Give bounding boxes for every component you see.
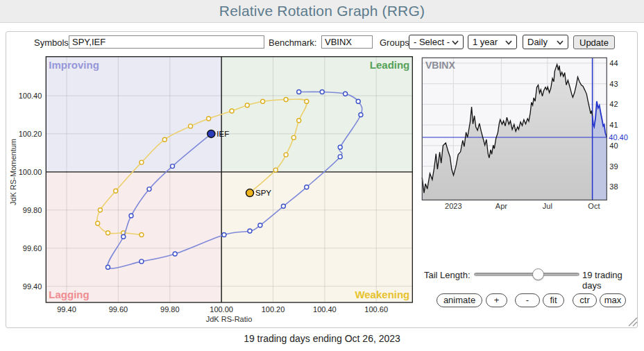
rrg-quadrants	[46, 57, 412, 302]
frequency-select[interactable]: Daily	[523, 35, 568, 49]
svg-text:38: 38	[609, 182, 618, 191]
slider-thumb[interactable]	[532, 268, 544, 280]
svg-text:42: 42	[609, 100, 618, 108]
groups-select-value: - Select -	[414, 37, 450, 47]
svg-text:100.20: 100.20	[262, 305, 285, 314]
update-button[interactable]: Update	[573, 35, 615, 49]
chevron-down-icon	[557, 37, 564, 47]
svg-text:Improving: Improving	[49, 59, 99, 71]
svg-text:2023: 2023	[445, 202, 461, 210]
rrg-x-axis-title: JdK RS-Ratio	[206, 315, 253, 323]
rrg-endpoint-spy	[246, 189, 254, 197]
rrg-label-spy: SPY	[255, 189, 271, 197]
resize-handle-icon[interactable]	[626, 315, 638, 327]
rrg-label-ief: IEF	[217, 130, 229, 138]
price-chart-title: VBINX	[425, 60, 455, 71]
tail-length-label: Tail Length:	[424, 270, 471, 280]
svg-text:Apr: Apr	[495, 202, 507, 210]
rrg-endpoint-ief	[207, 130, 215, 137]
symbols-label: Symbols:	[34, 37, 71, 48]
groups-label: Groups:	[380, 37, 412, 48]
animate-button[interactable]: animate	[437, 293, 482, 307]
svg-text:43: 43	[609, 80, 618, 88]
svg-text:99.60: 99.60	[23, 244, 42, 252]
zoom-out-button[interactable]: -	[515, 293, 540, 307]
svg-text:39: 39	[609, 162, 618, 171]
svg-text:100.40: 100.40	[19, 92, 42, 100]
page-title: Relative Rotation Graph (RRG)	[0, 0, 644, 22]
svg-text:100.40: 100.40	[313, 305, 337, 314]
rrg-y-axis-title: JdK RS-Momentum	[9, 139, 17, 205]
svg-text:Leading: Leading	[370, 59, 410, 71]
svg-text:100.60: 100.60	[364, 305, 388, 314]
svg-text:Lagging: Lagging	[49, 289, 89, 300]
zoom-in-button[interactable]: +	[486, 293, 507, 307]
svg-text:100.00: 100.00	[210, 305, 233, 314]
quadrant-lagging	[46, 172, 221, 302]
tail-length-value: 19 trading days	[582, 270, 637, 291]
quadrant-leading	[221, 57, 412, 172]
svg-text:Jul: Jul	[543, 202, 552, 210]
center-button[interactable]: ctr	[573, 293, 597, 307]
svg-text:40: 40	[609, 142, 618, 150]
svg-text:99.80: 99.80	[23, 206, 42, 214]
period-select-value: 1 year	[473, 37, 498, 47]
svg-text:99.40: 99.40	[23, 282, 42, 291]
rrg-chart[interactable]: ImprovingLeadingLaggingWeakeningSPYIEF99…	[6, 53, 423, 327]
chevron-down-icon	[505, 37, 512, 47]
quadrant-improving	[46, 57, 221, 172]
main-panel: Symbols: Benchmark: Groups: - Select - 1…	[6, 31, 638, 328]
fit-button[interactable]: fit	[543, 293, 564, 307]
svg-text:100.00: 100.00	[19, 168, 42, 176]
svg-text:99.40: 99.40	[57, 305, 76, 314]
app-header: Relative Rotation Graph (RRG)	[0, 0, 644, 23]
svg-text:41: 41	[609, 121, 618, 129]
tail-length-slider[interactable]	[474, 273, 579, 276]
benchmark-price-chart[interactable]: VBINX4443424140393840.402023AprJulOct	[417, 55, 639, 213]
svg-text:Oct: Oct	[588, 202, 600, 210]
svg-text:44: 44	[609, 59, 618, 67]
footer-caption: 19 trading days ending Oct 26, 2023	[0, 333, 644, 344]
price-last-value-label: 40.40	[609, 133, 628, 142]
rrg-y-ticks: 100.40100.20100.0099.8099.6099.40	[19, 92, 42, 291]
benchmark-input[interactable]	[321, 35, 373, 49]
svg-text:99.80: 99.80	[160, 305, 180, 314]
period-select[interactable]: 1 year	[468, 35, 517, 49]
frequency-select-value: Daily	[527, 37, 548, 47]
maximize-button[interactable]: max	[600, 293, 626, 307]
benchmark-label: Benchmark:	[269, 37, 316, 48]
svg-text:99.60: 99.60	[109, 305, 128, 314]
svg-text:100.20: 100.20	[19, 130, 42, 138]
price-y-ticks: 44434241403938	[609, 59, 618, 191]
price-x-ticks: 2023AprJulOct	[445, 202, 600, 210]
svg-text:Weakening: Weakening	[355, 289, 409, 300]
groups-select[interactable]: - Select -	[409, 35, 464, 49]
chevron-down-icon	[452, 37, 459, 47]
symbols-input[interactable]	[69, 35, 264, 49]
rrg-x-ticks: 99.4099.6099.80100.00100.20100.40100.60	[57, 305, 388, 314]
